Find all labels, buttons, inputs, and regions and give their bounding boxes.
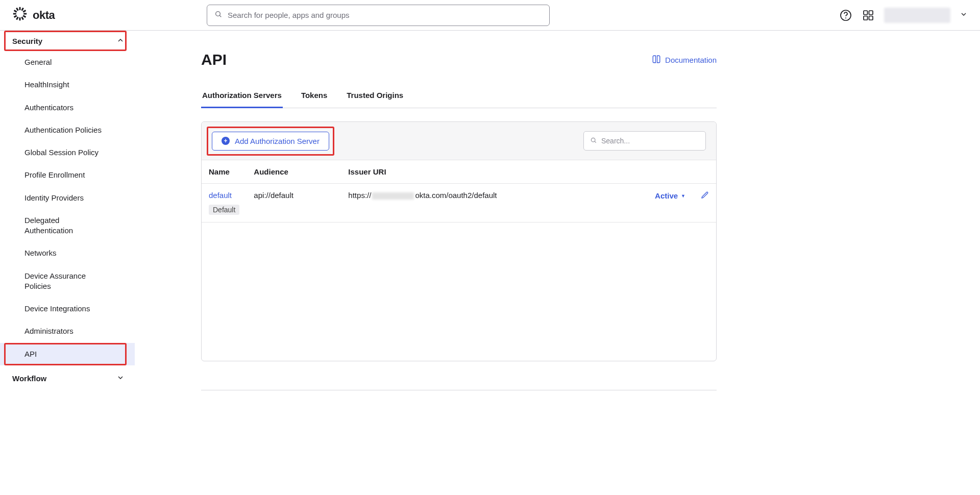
svg-line-2: [23, 10, 26, 12]
row-name-link[interactable]: default: [209, 191, 232, 200]
brand-logo: okta: [12, 6, 55, 24]
sidebar-section-label: Security: [12, 37, 42, 45]
plus-icon: +: [222, 137, 230, 145]
sidebar-item-authenticators[interactable]: Authenticators: [0, 96, 135, 119]
okta-swirl-icon: [12, 6, 28, 24]
global-search-input[interactable]: [228, 11, 542, 19]
global-search[interactable]: [207, 5, 550, 26]
search-icon: [214, 10, 223, 20]
book-icon: [652, 55, 661, 65]
svg-rect-16: [864, 11, 868, 15]
row-status-dropdown[interactable]: Active: [655, 191, 685, 200]
svg-line-11: [16, 8, 18, 10]
svg-line-8: [14, 15, 17, 17]
svg-line-4: [23, 15, 26, 17]
svg-line-13: [219, 15, 221, 17]
tab-tokens[interactable]: Tokens: [300, 84, 328, 108]
tabs-bar: Authorization Servers Tokens Trusted Ori…: [201, 84, 717, 108]
documentation-link[interactable]: Documentation: [652, 55, 717, 65]
sidebar-section-security[interactable]: Security: [0, 31, 135, 51]
col-issuer: Issuer URI: [341, 160, 614, 184]
chevron-down-icon[interactable]: [960, 10, 968, 20]
svg-line-10: [14, 10, 17, 12]
add-auth-server-label: Add Authorization Server: [235, 137, 320, 145]
row-tag: Default: [209, 205, 239, 215]
tab-trusted-origins[interactable]: Trusted Origins: [346, 84, 404, 108]
svg-point-12: [216, 12, 220, 16]
issuer-prefix: https://: [348, 191, 371, 200]
panel-search-input[interactable]: [601, 137, 699, 145]
auth-servers-table: Name Audience Issuer URI default Default: [202, 160, 716, 222]
svg-line-1: [22, 8, 23, 10]
brand-name: okta: [33, 9, 55, 22]
svg-rect-19: [869, 16, 873, 20]
table-row: default Default api://default https://ok…: [202, 184, 716, 222]
edit-icon[interactable]: [701, 191, 709, 201]
svg-rect-18: [864, 16, 868, 20]
sidebar-item-global-session[interactable]: Global Session Policy: [0, 141, 135, 164]
row-issuer: https://okta.com/oauth2/default: [341, 184, 614, 222]
sidebar-item-dev-assurance[interactable]: Device Assurance Policies: [0, 265, 102, 298]
issuer-suffix: okta.com/oauth2/default: [415, 191, 497, 200]
svg-point-20: [591, 138, 595, 142]
auth-servers-panel: + Add Authorization Server: [201, 121, 717, 361]
issuer-redacted: [372, 192, 414, 200]
sidebar-item-general[interactable]: General: [0, 51, 135, 73]
left-sidebar: Security General HealthInsight Authentic…: [0, 31, 135, 495]
add-auth-server-button[interactable]: + Add Authorization Server: [212, 132, 329, 151]
apps-grid-icon[interactable]: [862, 9, 875, 22]
col-name: Name: [202, 160, 247, 184]
svg-point-15: [845, 17, 846, 18]
sidebar-item-idp[interactable]: Identity Providers: [0, 187, 135, 209]
documentation-label: Documentation: [665, 56, 717, 64]
section-divider: [201, 390, 717, 390]
svg-line-21: [595, 141, 596, 142]
row-audience: api://default: [247, 184, 341, 222]
col-audience: Audience: [247, 160, 341, 184]
svg-line-7: [16, 17, 18, 19]
sidebar-item-networks[interactable]: Networks: [0, 242, 135, 264]
page-title: API: [201, 51, 227, 68]
sidebar-item-administrators[interactable]: Administrators: [0, 320, 135, 342]
help-icon[interactable]: [839, 9, 852, 22]
search-icon: [590, 137, 597, 145]
sidebar-item-profile-enroll[interactable]: Profile Enrollment: [0, 164, 135, 186]
sidebar-item-delegated-auth[interactable]: Delegated Authentication: [0, 209, 92, 242]
panel-search[interactable]: [583, 131, 706, 151]
sidebar-item-api[interactable]: API: [0, 343, 135, 365]
svg-line-5: [22, 17, 23, 19]
user-profile-placeholder[interactable]: [884, 8, 950, 23]
sidebar-item-auth-policies[interactable]: Authentication Policies: [0, 119, 135, 141]
top-bar: okta: [0, 0, 980, 31]
sidebar-section-workflow[interactable]: Workflow: [0, 368, 135, 389]
tab-auth-servers[interactable]: Authorization Servers: [201, 84, 283, 108]
chevron-down-icon: [116, 374, 125, 383]
sidebar-item-healthinsight[interactable]: HealthInsight: [0, 73, 135, 96]
sidebar-item-dev-integrations[interactable]: Device Integrations: [0, 298, 135, 320]
chevron-up-icon: [116, 36, 125, 46]
sidebar-section-label: Workflow: [12, 374, 46, 383]
svg-rect-17: [869, 11, 873, 15]
